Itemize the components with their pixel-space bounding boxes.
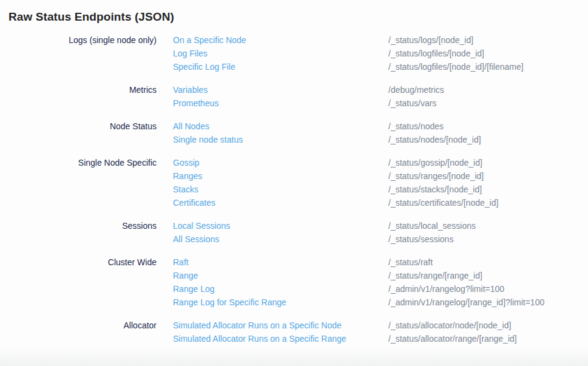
endpoint-link[interactable]: Ranges xyxy=(173,169,388,183)
endpoint-row: Prometheus /_status/vars xyxy=(173,97,580,110)
endpoint-url: /_status/nodes xyxy=(388,120,444,133)
endpoint-row: Single node status /_status/nodes/[node_… xyxy=(173,133,580,146)
endpoint-row: Simulated Allocator Runs on a Specific R… xyxy=(173,332,580,345)
endpoint-group: Single Node Specific Gossip /_status/gos… xyxy=(8,156,580,209)
endpoint-link[interactable]: Raft xyxy=(173,256,388,269)
endpoint-url: /_status/logfiles/[node_id] xyxy=(388,47,484,60)
category-label: Sessions xyxy=(8,219,157,232)
group-rows: On a Specific Node /_status/logs/[node_i… xyxy=(173,33,580,73)
endpoint-row: Local Sessions /_status/local_sessions xyxy=(173,219,580,232)
category-label: Cluster Wide xyxy=(8,256,157,269)
endpoint-url: /_admin/v1/rangelog/[range_id]?limit=100 xyxy=(388,296,544,309)
group-rows: Variables /debug/metrics Prometheus /_st… xyxy=(173,83,580,110)
endpoint-url: /_status/range/[range_id] xyxy=(388,269,482,282)
endpoint-group: Logs (single node only) On a Specific No… xyxy=(8,33,580,73)
endpoint-url: /_status/gossip/[node_id] xyxy=(388,156,482,169)
endpoint-row: Log Files /_status/logfiles/[node_id] xyxy=(173,47,580,60)
endpoint-link[interactable]: Range xyxy=(173,269,388,282)
endpoint-link[interactable]: All Nodes xyxy=(173,120,388,133)
endpoint-row: Gossip /_status/gossip/[node_id] xyxy=(173,156,580,169)
endpoint-group: Allocator Simulated Allocator Runs on a … xyxy=(8,319,580,345)
endpoint-link[interactable]: Prometheus xyxy=(173,97,388,110)
endpoint-row: Range /_status/range/[range_id] xyxy=(173,269,580,282)
group-rows: Gossip /_status/gossip/[node_id] Ranges … xyxy=(173,156,580,209)
group-rows: All Nodes /_status/nodes Single node sta… xyxy=(173,120,580,146)
endpoint-link[interactable]: All Sessions xyxy=(173,232,388,246)
endpoint-group: Cluster Wide Raft /_status/raft Range /_… xyxy=(8,256,580,309)
endpoint-row: Simulated Allocator Runs on a Specific N… xyxy=(173,319,580,332)
endpoint-link[interactable]: Simulated Allocator Runs on a Specific R… xyxy=(173,332,388,345)
endpoint-link[interactable]: Range Log for Specific Range xyxy=(173,296,388,309)
endpoint-link[interactable]: Single node status xyxy=(173,133,388,146)
endpoint-url: /_status/logs/[node_id] xyxy=(388,33,473,47)
debug-page: Raw Status Endpoints (JSON) Logs (single… xyxy=(0,0,588,366)
endpoint-url: /_admin/v1/rangelog?limit=100 xyxy=(388,282,504,296)
group-rows: Local Sessions /_status/local_sessions A… xyxy=(173,219,580,246)
endpoint-link[interactable]: Range Log xyxy=(173,282,388,296)
endpoint-link[interactable]: Certificates xyxy=(173,196,388,209)
endpoint-url: /_status/nodes/[node_id] xyxy=(388,133,481,146)
category-label: Allocator xyxy=(8,319,157,332)
endpoint-url: /debug/metrics xyxy=(388,83,444,97)
group-rows: Raft /_status/raft Range /_status/range/… xyxy=(173,256,580,309)
endpoint-link[interactable]: Local Sessions xyxy=(173,219,388,232)
endpoint-row: All Sessions /_status/sessions xyxy=(173,232,580,246)
category-label: Metrics xyxy=(8,83,157,97)
endpoint-row: Certificates /_status/certificates/[node… xyxy=(173,196,580,209)
endpoint-url: /_status/vars xyxy=(388,97,436,110)
endpoint-row: Stacks /_status/stacks/[node_id] xyxy=(173,183,580,196)
endpoint-link[interactable]: Simulated Allocator Runs on a Specific N… xyxy=(173,319,388,332)
group-rows: Simulated Allocator Runs on a Specific N… xyxy=(173,319,580,345)
category-label: Single Node Specific xyxy=(8,156,157,169)
endpoint-url: /_status/local_sessions xyxy=(388,219,476,232)
endpoint-url: /_status/allocator/range/[range_id] xyxy=(388,332,517,345)
endpoint-row: Ranges /_status/ranges/[node_id] xyxy=(173,169,580,183)
endpoint-link[interactable]: Log Files xyxy=(173,47,388,60)
endpoint-row: Raft /_status/raft xyxy=(173,256,580,269)
endpoint-link[interactable]: Stacks xyxy=(173,183,388,196)
endpoint-row: Range Log /_admin/v1/rangelog?limit=100 xyxy=(173,282,580,296)
endpoint-url: /_status/sessions xyxy=(388,232,453,246)
page-title: Raw Status Endpoints (JSON) xyxy=(8,8,580,25)
endpoint-url: /_status/raft xyxy=(388,256,433,269)
endpoint-row: Variables /debug/metrics xyxy=(173,83,580,97)
endpoint-group: Node Status All Nodes /_status/nodes Sin… xyxy=(8,120,580,146)
endpoint-url: /_status/ranges/[node_id] xyxy=(388,169,484,183)
category-label: Logs (single node only) xyxy=(8,33,157,47)
endpoint-row: All Nodes /_status/nodes xyxy=(173,120,580,133)
endpoint-link[interactable]: Gossip xyxy=(173,156,388,169)
endpoint-link[interactable]: Specific Log File xyxy=(173,60,388,73)
endpoint-row: Range Log for Specific Range /_admin/v1/… xyxy=(173,296,580,309)
endpoint-group: Sessions Local Sessions /_status/local_s… xyxy=(8,219,580,246)
endpoint-link[interactable]: On a Specific Node xyxy=(173,33,388,47)
endpoint-url: /_status/certificates/[node_id] xyxy=(388,196,498,209)
category-label: Node Status xyxy=(8,120,157,133)
endpoint-row: Specific Log File /_status/logfiles/[nod… xyxy=(173,60,580,73)
endpoints-table: Logs (single node only) On a Specific No… xyxy=(8,33,580,345)
endpoint-url: /_status/stacks/[node_id] xyxy=(388,183,482,196)
endpoint-url: /_status/allocator/node/[node_id] xyxy=(388,319,511,332)
endpoint-row: On a Specific Node /_status/logs/[node_i… xyxy=(173,33,580,47)
endpoint-url: /_status/logfiles/[node_id]/[filename] xyxy=(388,60,524,73)
endpoint-link[interactable]: Variables xyxy=(173,83,388,97)
endpoint-group: Metrics Variables /debug/metrics Prometh… xyxy=(8,83,580,110)
content-area: Raw Status Endpoints (JSON) Logs (single… xyxy=(0,0,588,345)
